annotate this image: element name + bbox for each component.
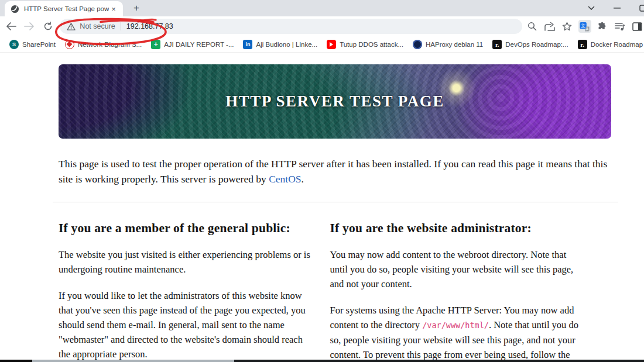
forward-button-icon[interactable]	[22, 19, 36, 34]
sheets-icon	[151, 40, 160, 49]
extensions-puzzle-icon[interactable]	[596, 20, 609, 33]
bookmark-item-aji-daily-report[interactable]: AJI DAILY REPORT -...	[146, 37, 238, 51]
tab-favicon-icon	[11, 5, 19, 13]
page-title: HTTP SERVER TEST PAGE	[225, 92, 444, 111]
bookmark-item-docker-roadmap[interactable]: r. Docker Roadmap -...	[573, 37, 644, 51]
minimize-button-icon[interactable]	[611, 2, 623, 14]
sharepoint-icon: S	[9, 40, 19, 49]
svg-text:文: 文	[581, 22, 586, 28]
search-icon[interactable]	[526, 20, 539, 33]
youtube-icon	[327, 40, 336, 49]
new-tab-button[interactable]: +	[129, 1, 144, 16]
maximize-button-icon[interactable]	[637, 2, 644, 14]
browser-tab[interactable]: HTTP Server Test Page powered ×	[5, 1, 123, 16]
address-bar[interactable]: Not secure 192.168.77.83	[60, 19, 522, 34]
bookmarks-bar: S SharePoint Network Diagram S... AJI DA…	[0, 36, 644, 53]
share-icon[interactable]	[543, 20, 556, 33]
not-secure-warning-icon[interactable]	[67, 23, 76, 30]
back-button-icon[interactable]	[4, 19, 18, 34]
url-text: 192.168.77.83	[126, 22, 173, 30]
omnibox-divider	[121, 22, 121, 30]
bookmark-item-linkedin[interactable]: in Aji Budiono | Linke...	[238, 37, 322, 51]
side-panel-icon[interactable]	[631, 20, 644, 33]
banner-image: HTTP SERVER TEST PAGE	[59, 64, 611, 139]
security-label: Not secure	[80, 22, 115, 30]
linkedin-icon: in	[243, 40, 252, 49]
haproxy-icon	[413, 40, 422, 49]
media-controls-icon[interactable]	[614, 20, 626, 33]
centos-link[interactable]: CentOS	[269, 173, 301, 185]
toolbar-action-icons: 文A	[526, 20, 644, 33]
window-bottom-edge	[0, 360, 644, 362]
roadmap-icon: r.	[492, 40, 502, 49]
browser-toolbar: Not secure 192.168.77.83 文A	[0, 16, 644, 36]
administrator-column: If you are the website administrator: Yo…	[330, 202, 586, 360]
svg-text:A: A	[586, 27, 589, 31]
google-translate-icon[interactable]: 文A	[578, 20, 591, 33]
paragraph: For systems using the Apache HTTP Server…	[330, 303, 586, 360]
general-public-column: If you are a member of the general publi…	[59, 202, 314, 360]
paragraph: The website you just visited is either e…	[59, 247, 314, 277]
tab-search-chevron-icon[interactable]	[585, 2, 597, 14]
paragraph: If you would like to let the administrat…	[59, 288, 314, 360]
bookmark-item-haproxy[interactable]: HAProxy debian 11	[408, 37, 488, 51]
reload-button-icon[interactable]	[40, 19, 55, 34]
tab-title: HTTP Server Test Page powered	[24, 5, 109, 12]
tab-strip: HTTP Server Test Page powered × +	[0, 0, 644, 16]
roadmap-icon: r.	[578, 40, 587, 49]
window-controls	[585, 0, 644, 16]
general-public-heading: If you are a member of the general publi…	[59, 221, 314, 236]
bookmark-star-icon[interactable]	[561, 20, 574, 33]
bookmark-item-youtube[interactable]: Tutup DDOS attack...	[322, 37, 408, 51]
paragraph: You may now add content to the webroot d…	[330, 247, 586, 291]
diagram-icon	[65, 40, 74, 49]
web-page-content: HTTP SERVER TEST PAGE This page is used …	[0, 53, 644, 360]
administrator-heading: If you are the website administrator:	[330, 221, 586, 236]
intro-paragraph: This page is used to test the proper ope…	[59, 156, 609, 187]
bookmark-item-network-diagram[interactable]: Network Diagram S...	[60, 37, 146, 51]
bookmark-item-sharepoint[interactable]: S SharePoint	[5, 37, 60, 51]
tab-close-icon[interactable]: ×	[109, 4, 118, 13]
bookmark-item-devops-roadmap[interactable]: r. DevOps Roadmap:...	[488, 37, 573, 51]
